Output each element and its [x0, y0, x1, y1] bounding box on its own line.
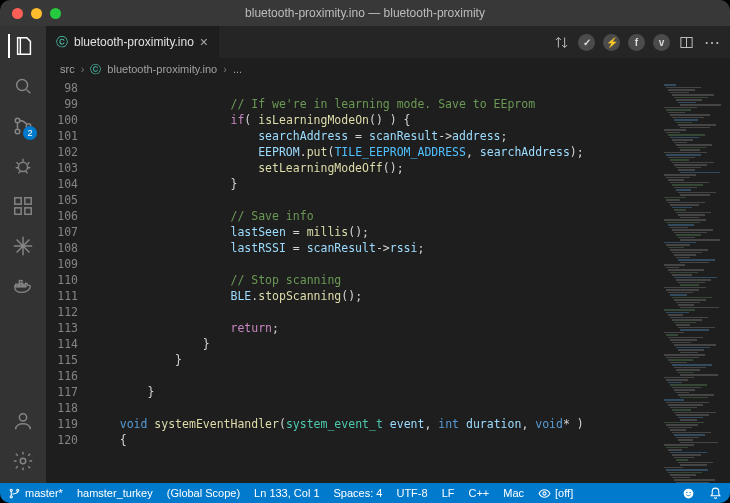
chevron-right-icon: ›	[81, 63, 85, 75]
line-number-gutter[interactable]: 98 99 100 101 102 103 104 105 106 107 10…	[46, 80, 92, 483]
svg-rect-5	[15, 198, 21, 204]
accounts-icon[interactable]	[11, 409, 35, 433]
minimap[interactable]	[660, 80, 730, 483]
svg-point-14	[20, 458, 26, 464]
window-title: bluetooth-proximity.ino — bluetooth-prox…	[0, 6, 730, 20]
tab-bar: ⓒ bluetooth-proximity.ino × ✓ ⚡ f v ⋯	[46, 26, 730, 58]
cpp-file-icon: ⓒ	[56, 34, 68, 51]
svg-point-1	[15, 118, 20, 123]
svg-point-0	[17, 80, 28, 91]
status-spaces[interactable]: Spaces: 4	[334, 487, 383, 499]
toolbar-flash-icon[interactable]: ⚡	[603, 34, 620, 51]
docker-icon[interactable]	[11, 274, 35, 298]
source-control-icon[interactable]: 2	[11, 114, 35, 138]
svg-point-19	[543, 491, 546, 494]
svg-point-22	[689, 491, 690, 492]
breadcrumb-src[interactable]: src	[60, 63, 75, 75]
status-encoding[interactable]: UTF-8	[396, 487, 427, 499]
particle-icon[interactable]	[11, 234, 35, 258]
traffic-lights	[0, 8, 61, 19]
title-bar: bluetooth-proximity.ino — bluetooth-prox…	[0, 0, 730, 26]
settings-gear-icon[interactable]	[11, 449, 35, 473]
status-bar: master* hamster_turkey (Global Scope) Ln…	[0, 483, 730, 503]
svg-rect-12	[19, 281, 22, 284]
svg-point-16	[10, 489, 12, 491]
svg-point-17	[10, 495, 12, 497]
svg-rect-7	[25, 208, 31, 214]
svg-point-13	[19, 414, 26, 421]
svg-rect-8	[25, 198, 31, 204]
minimize-window-icon[interactable]	[31, 8, 42, 19]
breadcrumb-file[interactable]: bluetooth-proximity.ino	[107, 63, 217, 75]
close-tab-icon[interactable]: ×	[200, 35, 208, 49]
status-feedback-icon[interactable]	[682, 487, 695, 500]
breadcrumb[interactable]: src › ⓒ bluetooth-proximity.ino › ...	[46, 58, 730, 80]
debug-icon[interactable]	[11, 154, 35, 178]
compare-icon[interactable]	[553, 34, 570, 51]
breadcrumb-tail[interactable]: ...	[233, 63, 242, 75]
svg-rect-6	[15, 208, 21, 214]
editor[interactable]: 98 99 100 101 102 103 104 105 106 107 10…	[46, 80, 730, 483]
svg-point-2	[15, 129, 20, 134]
status-os[interactable]: Mac	[503, 487, 524, 499]
scm-badge: 2	[23, 126, 37, 140]
zoom-window-icon[interactable]	[50, 8, 61, 19]
svg-point-20	[684, 488, 694, 498]
split-editor-icon[interactable]	[678, 34, 695, 51]
tab-label: bluetooth-proximity.ino	[74, 35, 194, 49]
activity-bar: 2	[0, 26, 46, 483]
explorer-icon[interactable]	[8, 34, 36, 58]
code-content[interactable]: // If we're in learning mode. Save to EE…	[92, 80, 660, 483]
extensions-icon[interactable]	[11, 194, 35, 218]
status-lang[interactable]: C++	[468, 487, 489, 499]
toolbar-f-icon[interactable]: f	[628, 34, 645, 51]
tab-bluetooth-proximity[interactable]: ⓒ bluetooth-proximity.ino ×	[46, 26, 219, 58]
app-window: bluetooth-proximity.ino — bluetooth-prox…	[0, 0, 730, 503]
status-watch[interactable]: [off]	[538, 487, 573, 500]
toolbar-v-icon[interactable]: v	[653, 34, 670, 51]
toolbar-check-icon[interactable]: ✓	[578, 34, 595, 51]
status-eol[interactable]: LF	[442, 487, 455, 499]
chevron-right-icon: ›	[223, 63, 227, 75]
status-scope[interactable]: (Global Scope)	[167, 487, 240, 499]
status-position[interactable]: Ln 133, Col 1	[254, 487, 319, 499]
close-window-icon[interactable]	[12, 8, 23, 19]
svg-point-4	[18, 162, 27, 171]
cpp-file-icon: ⓒ	[90, 62, 101, 77]
editor-actions: ✓ ⚡ f v ⋯	[553, 26, 730, 58]
more-actions-icon[interactable]: ⋯	[703, 34, 720, 51]
search-icon[interactable]	[11, 74, 35, 98]
status-project[interactable]: hamster_turkey	[77, 487, 153, 499]
status-branch[interactable]: master*	[8, 487, 63, 500]
svg-point-21	[686, 491, 687, 492]
svg-point-18	[17, 489, 19, 491]
status-bell-icon[interactable]	[709, 487, 722, 500]
